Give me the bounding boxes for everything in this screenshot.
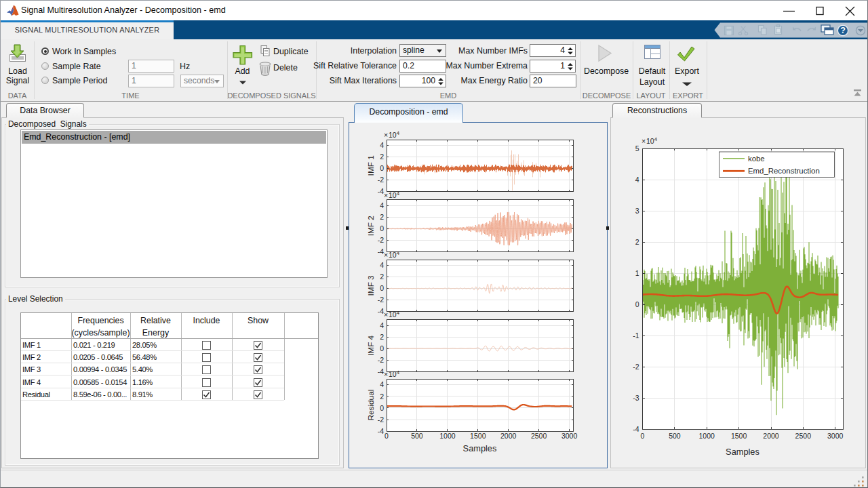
svg-text:-2: -2 [633,363,639,371]
svg-text:-4: -4 [378,367,384,375]
svg-text:4: 4 [380,261,384,269]
svg-text:× 104: × 104 [642,136,658,145]
svg-text:1: 1 [635,269,639,277]
svg-text:0: 0 [635,300,639,308]
svg-text:0: 0 [384,432,389,440]
svg-text:-2: -2 [378,176,384,184]
svg-text:2: 2 [380,392,384,401]
svg-text:Emd_Reconstruction: Emd_Reconstruction [748,167,820,175]
svg-text:2: 2 [635,238,639,246]
svg-text:2500: 2500 [795,432,812,440]
svg-text:-2: -2 [378,415,384,424]
svg-text:-1: -1 [633,331,639,340]
svg-text:5: 5 [635,144,639,152]
svg-text:× 104: × 104 [384,310,400,319]
svg-text:2000: 2000 [763,432,779,440]
svg-text:0: 0 [380,224,384,232]
svg-text:IMF 1: IMF 1 [366,155,376,176]
svg-text:Samples: Samples [463,443,497,453]
svg-text:1500: 1500 [731,432,747,440]
svg-text:2: 2 [380,152,384,161]
svg-text:0: 0 [380,404,384,412]
svg-text:× 104: × 104 [384,130,400,139]
svg-text:2500: 2500 [531,432,547,440]
svg-text:× 104: × 104 [384,190,400,199]
svg-text:-4: -4 [633,425,639,433]
svg-text:IMF 4: IMF 4 [366,335,376,356]
svg-text:-2: -2 [378,296,384,304]
svg-text:500: 500 [669,432,681,440]
svg-text:0: 0 [641,432,645,440]
svg-text:Samples: Samples [726,447,760,457]
svg-text:-2: -2 [378,356,384,364]
svg-text:2000: 2000 [500,432,517,440]
svg-text:2: 2 [380,272,384,281]
svg-text:4: 4 [380,141,384,149]
svg-text:-4: -4 [378,307,384,315]
svg-text:1000: 1000 [439,432,456,440]
svg-text:4: 4 [380,201,384,209]
svg-text:IMF 3: IMF 3 [366,275,376,296]
svg-text:× 104: × 104 [384,369,400,378]
svg-text:kobe: kobe [748,155,765,163]
svg-text:-4: -4 [378,247,384,256]
svg-text:× 104: × 104 [384,250,400,259]
svg-text:4: 4 [635,176,639,184]
svg-text:-4: -4 [378,187,384,195]
svg-text:500: 500 [411,432,423,440]
svg-text:2: 2 [380,213,384,221]
svg-text:1500: 1500 [470,432,486,440]
svg-text:-3: -3 [633,394,639,402]
svg-text:Residual: Residual [366,390,376,421]
svg-text:3000: 3000 [561,432,578,440]
svg-text:1000: 1000 [699,432,715,440]
svg-text:-4: -4 [378,427,384,435]
svg-text:-2: -2 [378,236,384,244]
svg-text:3000: 3000 [827,432,844,440]
svg-text:2: 2 [380,333,384,341]
svg-text:0: 0 [380,284,384,292]
svg-text:4: 4 [380,380,384,388]
svg-text:4: 4 [380,321,384,329]
svg-text:0: 0 [380,164,384,172]
svg-text:0: 0 [380,344,384,352]
svg-text:IMF 2: IMF 2 [366,216,376,236]
svg-text:3: 3 [635,207,639,215]
